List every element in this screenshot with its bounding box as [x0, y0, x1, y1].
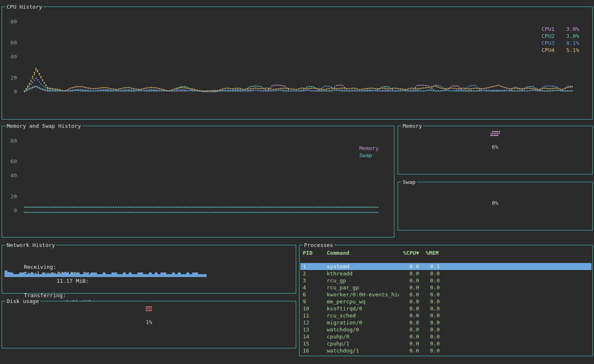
y-tick-label: 20	[10, 75, 17, 80]
process-mem-percent: 0.0	[419, 305, 440, 312]
disk-usage-panel-title: Disk usage	[5, 298, 40, 304]
process-row[interactable]: 15cpuhp/10.00.0	[300, 340, 592, 347]
process-row[interactable]: 12migration/00.00.0	[300, 319, 592, 326]
process-mem-percent: 0.0	[419, 284, 440, 291]
legend-item: CPU13.0%	[542, 26, 579, 33]
process-cpu-percent: 0.0	[398, 305, 419, 312]
process-pid: 1	[303, 263, 322, 270]
process-row[interactable]: 9mm_percpu_wq0.00.0	[300, 298, 592, 305]
gauge-dot	[151, 308, 152, 310]
process-pid: 13	[303, 326, 322, 333]
gauge-dot	[495, 133, 497, 134]
processes-panel: Processes PID Command %CPU▼ %MEM 1system…	[299, 245, 593, 356]
y-tick-label: 80	[10, 19, 17, 24]
process-row[interactable]: 10ksoftirqd/00.00.0	[300, 305, 592, 312]
legend-series-value: 3.0%	[566, 26, 579, 33]
column-header-cpu-sort[interactable]: %CPU▼	[403, 249, 419, 256]
process-pid: 12	[303, 319, 322, 326]
legend-series-value: 5.1%	[566, 47, 579, 54]
process-command: migration/0	[327, 319, 399, 326]
cpu-history-panel-title: CPU History	[5, 4, 43, 10]
process-pid: 3	[303, 277, 322, 284]
column-header-mem[interactable]: %MEM	[426, 249, 438, 256]
memory-gauge-percent: 6%	[487, 144, 503, 150]
process-row[interactable]: 14cpuhp/00.00.0	[300, 333, 592, 340]
legend-series-name: Swap	[359, 152, 372, 159]
legend-series-value: 3.0%	[566, 33, 579, 40]
process-row[interactable]: 4rcu_par_gp0.00.0	[300, 284, 592, 291]
process-command: kworker/0:0H-events_high	[327, 291, 399, 298]
process-cpu-percent: 0.0	[398, 291, 419, 298]
gauge-dot	[499, 133, 500, 134]
gauge-dot	[492, 133, 493, 134]
gauge-dot	[149, 306, 150, 308]
process-command: mm_percpu_wq	[327, 298, 399, 305]
network-total-received-value: 11.17 MiB:	[57, 277, 89, 284]
process-cpu-percent: 0.0	[398, 270, 419, 277]
process-cpu-percent: 0.0	[398, 263, 419, 270]
process-mem-percent: 0.0	[419, 270, 440, 277]
gauge-dot	[492, 131, 493, 132]
process-command: cpuhp/1	[327, 340, 399, 347]
process-cpu-percent: 0.0	[398, 333, 419, 340]
swap-gauge-panel-title: Swap	[401, 179, 417, 185]
process-command: watchdog/1	[327, 347, 399, 354]
process-row-selected[interactable]: 1systemd0.00.1	[300, 263, 592, 270]
legend-series-name: CPU3	[542, 40, 554, 47]
process-command: systemd	[327, 263, 399, 270]
network-transferring-line: Transferring: 2.21 KiB/s	[5, 285, 66, 292]
y-tick-label: 60	[10, 40, 17, 45]
process-cpu-percent: 0.0	[398, 347, 419, 354]
legend-series-name: CPU4	[542, 47, 554, 54]
legend-series-name: CPU1	[542, 26, 554, 33]
process-command: cpuhp/0	[327, 333, 399, 340]
process-pid: 15	[303, 340, 322, 347]
gauge-dot	[490, 135, 492, 136]
gauge-dot	[151, 310, 152, 311]
network-history-panel: Network History Receiving: 332.00 B/s To…	[2, 245, 296, 294]
process-mem-percent: 0.0	[419, 277, 440, 284]
process-row[interactable]: 11rcu_sched0.00.0	[300, 312, 592, 319]
gauge-dot	[497, 133, 498, 134]
process-row[interactable]: 2kthreadd0.00.0	[300, 270, 592, 277]
system-monitor-screen: CPU History 806040200 CPU13.0%CPU23.0%CP…	[0, 0, 594, 364]
process-command: watchdog/0	[327, 326, 399, 333]
processes-table-body: 1systemd0.00.12kthreadd0.00.03rcu_gp0.00…	[300, 263, 592, 354]
y-tick-label: 0	[10, 208, 17, 213]
legend-item: CPU45.1%	[542, 47, 579, 54]
process-pid: 9	[303, 298, 322, 305]
network-history-panel-title: Network History	[5, 242, 56, 248]
y-tick-label: 0	[10, 89, 17, 94]
y-tick-label: 40	[10, 173, 17, 178]
process-pid: 14	[303, 333, 322, 340]
process-command: rcu_sched	[327, 312, 399, 319]
column-header-command[interactable]: Command	[327, 249, 349, 256]
y-tick-label: 60	[10, 159, 17, 164]
process-cpu-percent: 0.0	[398, 277, 419, 284]
process-row[interactable]: 13watchdog/00.00.0	[300, 326, 592, 333]
disk-usage-panel: Disk usage 1%	[2, 301, 296, 348]
gauge-dot	[147, 310, 148, 311]
memory-gauge-panel-title: Memory	[401, 123, 423, 129]
process-row[interactable]: 6kworker/0:0H-events_high0.00.0	[300, 291, 592, 298]
process-mem-percent: 0.0	[419, 340, 440, 347]
y-tick-label: 40	[10, 54, 17, 59]
gauge-dot	[151, 306, 152, 308]
column-header-pid[interactable]: PID	[303, 249, 312, 256]
disk-usage-percent: 1%	[141, 319, 157, 325]
gauge-dot	[497, 131, 498, 132]
process-cpu-percent: 0.0	[398, 326, 419, 333]
process-row[interactable]: 3rcu_gp0.00.0	[300, 277, 592, 284]
gauge-dot	[495, 131, 497, 132]
process-pid: 2	[303, 270, 322, 277]
y-tick-label: 80	[10, 138, 17, 143]
legend-item: CPU38.1%	[542, 40, 579, 47]
network-receive-sparkline	[5, 269, 207, 277]
memory-swap-history-panel: Memory and Swap History 806040200 Memory…	[2, 126, 394, 237]
gauge-dot	[495, 135, 497, 136]
gauge-dot	[146, 310, 147, 311]
processes-panel-title: Processes	[303, 242, 334, 248]
process-row[interactable]: 16watchdog/10.00.0	[300, 347, 592, 354]
process-command: rcu_par_gp	[327, 284, 399, 291]
legend-series-value: 8.1%	[566, 40, 579, 47]
